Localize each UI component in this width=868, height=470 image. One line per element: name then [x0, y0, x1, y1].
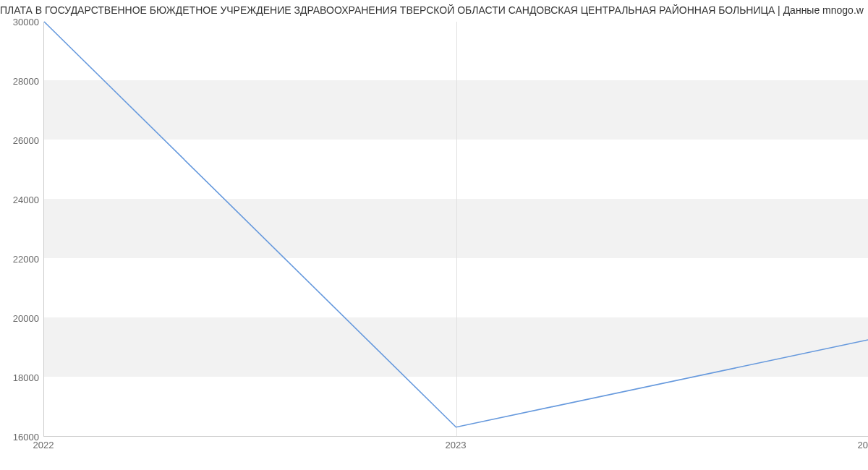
y-tick-label: 30000 — [13, 17, 39, 27]
y-tick-label: 20000 — [13, 313, 39, 324]
line-chart: ПЛАТА В ГОСУДАРСТВЕННОЕ БЮЖДЕТНОЕ УЧРЕЖД… — [0, 0, 868, 470]
y-tick-label: 26000 — [13, 135, 39, 146]
x-tick-label: 2022 — [33, 440, 54, 450]
x-tick-label: 2023 — [446, 440, 467, 450]
x-tick-label: 2024 — [858, 440, 868, 450]
chart-title: ПЛАТА В ГОСУДАРСТВЕННОЕ БЮЖДЕТНОЕ УЧРЕЖД… — [0, 4, 868, 16]
y-tick-label: 24000 — [13, 195, 39, 205]
plot-area — [43, 22, 868, 437]
chart-svg — [44, 22, 868, 436]
y-tick-label: 28000 — [13, 76, 39, 87]
y-tick-label: 18000 — [13, 372, 39, 383]
series-line — [44, 22, 868, 427]
y-tick-label: 22000 — [13, 254, 39, 265]
